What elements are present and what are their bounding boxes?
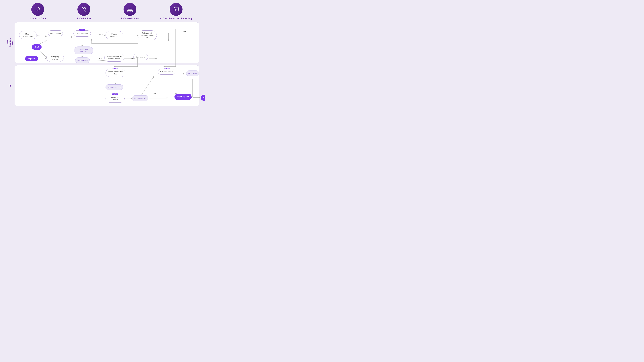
label-no-right: NO [132,57,134,59]
node-significant-variance: Signigicant variance? [74,46,93,54]
node-data-transfer: Data transfer [132,54,150,60]
phase-3-icon [124,3,136,16]
phase-3: 3. Consolidation [107,3,153,21]
svg-rect-9 [129,10,131,12]
node-report-signoff: Report sign-off [174,94,192,100]
label-no-middle: NO [99,57,102,59]
node-data-complete: Data complete? [132,95,149,101]
phase-4-icon [170,3,182,16]
phase-4-title: 4. Calculation and Reporting [160,17,192,20]
label-no-top: NO [183,30,186,32]
phase-2-title: 2. Collection [77,17,91,20]
phase-1: 1. Source Data [15,3,61,21]
node-end: End [200,95,205,101]
phase-2-icon [78,3,90,16]
swimlane-hq: SYSTEM Create consolidated data Reportin… [15,65,199,106]
label-yes-2: YES [152,92,156,94]
node-third-party: Third-party invoices [46,54,64,62]
svg-point-3 [82,7,84,9]
swimlane-label-hq: HQ [9,84,12,87]
node-meter-reading: Meter reading [47,30,64,36]
diagram-container: 1. Source Data 2. Collection [0,0,205,116]
swimlane-local: Meters (registrations) Start Register Me… [15,22,199,63]
node-create-consolidated: SYSTEM Create consolidated data [106,69,125,77]
node-register: Register [24,56,40,61]
phase-2: 2. Collection [61,3,107,21]
node-provide-comments: Provide comments [106,31,123,39]
svg-rect-10 [131,10,132,12]
svg-line-25 [37,35,47,36]
label-yes-1: YES [99,34,103,36]
phase-3-title: 3. Consolidation [121,17,139,20]
svg-point-18 [174,9,176,10]
node-reporting-system: Reporting system [106,84,123,90]
svg-point-21 [174,7,175,8]
svg-line-6 [84,11,85,11]
node-data-platform: Data platform [74,57,91,63]
node-submit-hq: Submit for HQ review and data tranfser [104,54,124,61]
node-review-validate: SYSTEM Review and validate [106,95,124,102]
svg-rect-0 [37,10,38,11]
svg-rect-7 [129,7,131,8]
svg-rect-2 [36,11,39,11]
phase-1-title: 1. Source Data [30,17,46,20]
node-meters-reg: Meters (registrations) [19,31,37,39]
svg-line-43 [141,76,154,96]
swimlane-label-local: LocalReportingUnit [6,38,14,47]
node-data-registration: SYSTEM Data registration [72,30,92,36]
node-calculate-metrics: SYSTEM Calculate metrics [157,69,176,75]
svg-point-20 [174,7,174,8]
svg-point-4 [84,7,86,9]
node-start: Start [29,44,45,50]
node-metrics-ok: Metrics ok? [184,70,201,76]
svg-line-27 [91,60,104,61]
phase-1-icon [31,3,44,16]
svg-rect-8 [127,10,129,12]
svg-rect-1 [38,10,38,11]
phase-4: 4. Calculation and Reporting [153,3,199,21]
node-follow-up: Follow up with relevant reporting units [138,30,157,40]
